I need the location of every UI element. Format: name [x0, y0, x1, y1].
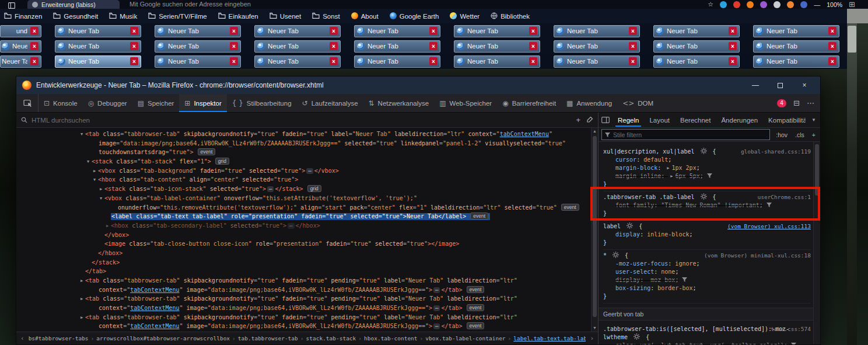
collapsed-ellipsis[interactable]: ⋯: [433, 323, 440, 329]
tab-close-button[interactable]: ×: [529, 57, 537, 65]
sidebar-tab-berechnet[interactable]: Berechnet: [676, 114, 715, 126]
tab-close-button[interactable]: ×: [828, 27, 836, 35]
add-node-icon[interactable]: +: [576, 116, 580, 124]
browser-tab[interactable]: Neuer Tab×: [753, 25, 839, 37]
tab-close-button[interactable]: ×: [230, 27, 238, 35]
css-property[interactable]: -moz-user-focus: ignore;: [603, 260, 811, 268]
scrollbar-thumb[interactable]: [593, 136, 597, 317]
browser-tab[interactable]: Neuer Tab×: [653, 55, 740, 68]
twisty-icon[interactable]: ▶: [91, 167, 98, 176]
tab-close-button[interactable]: ×: [330, 42, 338, 50]
bookmark-item[interactable]: Sonst: [312, 12, 340, 20]
markup-line[interactable]: context="tabContextMenu" image="data:ima…: [16, 304, 591, 313]
breadcrumb-item[interactable]: bs#tabbrowser-tabs: [29, 335, 89, 341]
browser-tab[interactable]: Neuer Tab×: [753, 40, 839, 53]
twisty-icon[interactable]: ▼: [97, 194, 104, 203]
markup-line-selected[interactable]: <label class="tab-text tab-label" role="…: [16, 212, 591, 221]
markup-line[interactable]: ▼<hbox class="tab-content" align="center…: [16, 175, 591, 184]
browser-tab[interactable]: Neuer Tab×: [753, 55, 839, 68]
bookmark-item[interactable]: Usenet: [270, 12, 301, 20]
breadcrumb-item[interactable]: stack.tab-stack: [306, 335, 356, 341]
css-property[interactable]: cursor: default;: [603, 156, 811, 164]
markup-line[interactable]: image="data:image/png;base64,iVBORw0K_lL…: [16, 139, 591, 148]
tab-close-button[interactable]: ×: [30, 27, 38, 35]
event-badge[interactable]: event: [467, 286, 485, 293]
markup-line[interactable]: ▶<stack class="tab-icon-stack" selected=…: [16, 184, 591, 194]
expand-longhands-icon[interactable]: ▶: [667, 166, 669, 170]
tool-tab-inspektor[interactable]: ⊞Inspektor: [179, 94, 226, 112]
breadcrumb-scroll-left-icon[interactable]: ‹: [19, 334, 26, 342]
overridden-filter-icon[interactable]: [791, 343, 796, 344]
css-property[interactable]: margin-inline: ▶6px 5px;: [603, 172, 811, 180]
browser-tab-partial[interactable]: Neuer Tab×: [0, 40, 41, 53]
grid-badge[interactable]: grid: [215, 158, 229, 165]
toggle-pseudo-classes-button[interactable]: :hov: [774, 131, 789, 138]
tab-close-button[interactable]: ×: [629, 27, 637, 35]
tab-close-button[interactable]: ×: [629, 42, 637, 50]
chevron-down-icon[interactable]: ▼: [811, 117, 817, 123]
collapsed-ellipsis[interactable]: ⋯: [306, 168, 313, 174]
bookmark-item[interactable]: About: [351, 12, 379, 20]
rule-selector[interactable]: .tabbrowser-tab .tab-label: [603, 194, 695, 200]
markup-line[interactable]: </tab>: [16, 267, 591, 276]
breadcrumb-scroll-right-icon[interactable]: ›: [588, 334, 596, 342]
rule-toggle-gear-icon[interactable]: [701, 193, 707, 200]
url-bar[interactable]: Mit Google suchen oder Adresse eingeben: [130, 1, 251, 8]
browser-tab[interactable]: Neuer Tab×: [653, 25, 740, 37]
browser-tab[interactable]: Neuer Tab×: [254, 55, 341, 68]
markup-line[interactable]: ▼<stack class="tab-stack" flex="1">grid: [16, 157, 591, 166]
minimize-icon[interactable]: —: [814, 1, 820, 8]
rule-selector[interactable]: .tabbrowser-tab:is([selected], [multisel…: [603, 326, 789, 340]
rule-source-link[interactable]: tabs.css:574: [771, 325, 811, 333]
breadcrumb-item[interactable]: hbox.tab-content: [364, 335, 418, 341]
twisty-icon[interactable]: ▶: [104, 222, 111, 231]
three-pane-toggle-icon[interactable]: [601, 115, 610, 126]
collapsed-ellipsis[interactable]: ⋯: [433, 287, 440, 293]
twisty-icon[interactable]: ▶: [97, 185, 104, 194]
rule-toggle-gear-icon[interactable]: [626, 222, 633, 229]
markup-line[interactable]: context="tabContextMenu" image="data:ima…: [16, 285, 591, 295]
rule-selector[interactable]: label: [603, 223, 621, 229]
markup-line[interactable]: ▶<vbox class="tab-background" fadein="tr…: [16, 166, 591, 176]
menu-grid-icon[interactable]: ⊞: [849, 0, 855, 9]
tab-close-button[interactable]: ×: [529, 27, 537, 35]
extension-icon-3[interactable]: [747, 1, 754, 8]
css-property[interactable]: color: var(--lwt-tab-text, var(--toolbar…: [603, 341, 811, 344]
browser-tab[interactable]: Neuer Tab×: [254, 40, 341, 53]
breadcrumb-item[interactable]: vbox.tab-label-container: [425, 335, 505, 341]
css-property[interactable]: user-select: none;: [603, 268, 811, 276]
tab-close-button[interactable]: ×: [429, 57, 438, 65]
browser-tab-partial[interactable]: Neuer Tab×: [0, 55, 41, 68]
tab-close-button[interactable]: ×: [130, 27, 138, 35]
css-property[interactable]: display: -moz-box;: [603, 276, 811, 284]
scrollbar-thumb[interactable]: [815, 144, 819, 196]
element-picker-icon[interactable]: [18, 94, 38, 112]
browser-tab-selected[interactable]: Neuer Tab×: [55, 55, 141, 68]
markup-line[interactable]: <image class="tab-close-button close-ico…: [16, 239, 591, 249]
tab-close-button[interactable]: ×: [429, 42, 438, 50]
rule-toggle-gear-icon[interactable]: [634, 333, 640, 340]
tool-tab-anwendung[interactable]: ▦Anwendung: [561, 94, 617, 112]
markup-line[interactable]: ▶<tab class="tabbrowser-tab" skipbackgro…: [16, 276, 591, 285]
page-scrollbar[interactable]: [847, 23, 857, 345]
maximize-button[interactable]: [770, 76, 790, 94]
tool-tab-speicher[interactable]: ▤Speicher: [132, 94, 180, 112]
overridden-filter-icon[interactable]: [766, 203, 772, 208]
extension-icon-4[interactable]: [760, 1, 767, 8]
css-property[interactable]: display: inline-block;: [603, 231, 811, 239]
extension-icon-2[interactable]: [733, 1, 740, 8]
devtools-titlebar[interactable]: Entwicklerwerkzeuge - Neuer Tab – Mozill…: [16, 76, 820, 94]
add-rule-button[interactable]: +: [810, 131, 817, 138]
extension-icon-1[interactable]: [720, 1, 727, 8]
tool-tab-laufzeitanalyse[interactable]: ↺Laufzeitanalyse: [297, 94, 363, 112]
event-badge[interactable]: event: [467, 304, 485, 311]
browser-tab[interactable]: Neuer Tab×: [254, 25, 341, 37]
markup-scrollbar[interactable]: ▲ ▼: [591, 128, 598, 332]
breadcrumb-item[interactable]: arrowscrollbox#tabbrowser-arrowscrollbox: [96, 335, 230, 341]
bookmark-item[interactable]: Einkaufen: [218, 12, 258, 20]
attribute-link[interactable]: tabContextMenu: [500, 131, 549, 137]
scrollbar-thumb[interactable]: [848, 26, 856, 53]
tab-close-button[interactable]: ×: [130, 57, 138, 65]
eyedropper-icon[interactable]: [586, 115, 593, 126]
browser-tab[interactable]: Neuer Tab×: [55, 25, 141, 37]
